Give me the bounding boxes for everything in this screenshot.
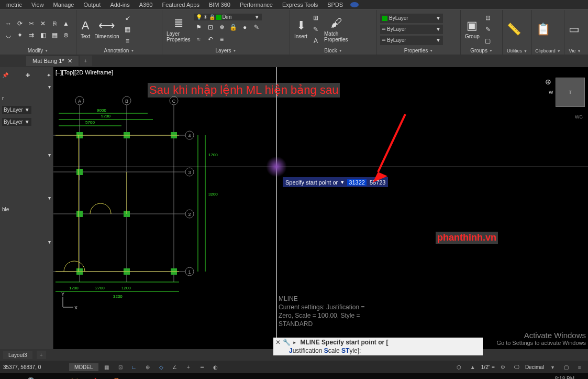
panel-layers-label[interactable]: Layers — [165, 47, 286, 55]
panel-groups-label[interactable]: Groups — [464, 47, 499, 55]
menu-bim360[interactable]: BIM 360 — [205, 2, 235, 8]
layer-state-icon[interactable]: ⚑ — [194, 22, 204, 33]
menu-express[interactable]: Express Tools — [278, 2, 322, 8]
polar-icon[interactable]: ⊕ — [142, 362, 153, 372]
ortho-icon[interactable]: ∟ — [129, 362, 139, 372]
iso-icon[interactable]: ⬡ — [454, 362, 464, 372]
clock-time[interactable]: 8:18 PM — [553, 376, 574, 379]
drawing-canvas[interactable]: [–][Top][2D Wireframe] ⊕ W T WC A B C 4 … — [53, 67, 588, 349]
pin-icon[interactable]: 📌 — [2, 72, 8, 78]
array-icon[interactable]: ▦ — [49, 30, 60, 40]
layer-freeze-icon[interactable]: ❄ — [217, 22, 227, 33]
palette-row-1[interactable]: 📌 ✚ ✦ — [1, 69, 52, 81]
insert-button[interactable]: ⬇ Insert — [293, 18, 308, 40]
panel-block-label[interactable]: Block — [293, 47, 373, 55]
panel-clipboard-label[interactable]: Clipboard — [535, 47, 561, 55]
palette-row-ble[interactable]: ble — [1, 203, 52, 215]
panel-annotation-label[interactable]: Annotation — [80, 47, 159, 55]
search-icon[interactable]: 🔍 — [23, 374, 42, 379]
cmd-opt-st[interactable]: ST — [341, 347, 349, 354]
linetype-combo[interactable]: ━ByLayer▼ — [380, 36, 443, 45]
palette-row-layer[interactable]: r — [1, 92, 52, 104]
camtasia-icon[interactable]: C — [107, 374, 126, 379]
menu-spds[interactable]: SPDS — [323, 2, 347, 8]
cmd-opt-s[interactable]: S — [324, 347, 328, 354]
new-tab-button[interactable]: + — [80, 56, 92, 66]
color-combo[interactable]: ByLayer▼ — [380, 14, 443, 23]
layer-combo[interactable]: 💡 ☀ 🔒 Dim ▼ — [194, 14, 262, 20]
text-button[interactable]: A Text — [80, 18, 91, 40]
wcs-label[interactable]: WC — [575, 114, 583, 120]
dropdown-icon[interactable]: ▾ — [341, 179, 344, 186]
menu-manage[interactable]: Manage — [49, 2, 79, 8]
document-tab[interactable]: Mat Bang 1* ✕ — [26, 56, 79, 66]
lwt-icon[interactable]: ━ — [197, 362, 207, 372]
leader-icon[interactable]: ↙ — [123, 13, 133, 23]
explode-icon[interactable]: ✦ — [15, 30, 25, 40]
cmd-opt-j[interactable]: J — [289, 347, 293, 354]
layer-prev-icon[interactable]: ↶ — [205, 34, 216, 45]
layer-properties-button[interactable]: ≣ Layer Properties — [165, 15, 192, 44]
table-icon[interactable]: ▦ — [123, 24, 133, 35]
scale-label[interactable]: 1/2" = — [481, 364, 495, 370]
transparency-icon[interactable]: ◐ — [210, 362, 221, 372]
menu-output[interactable]: Output — [79, 2, 105, 8]
layer-match-icon[interactable]: ≈ — [194, 34, 204, 45]
menu-view[interactable]: View — [27, 2, 48, 8]
workspace-icon[interactable]: ▾ — [547, 362, 558, 372]
layer-make-icon[interactable]: ✎ — [251, 22, 262, 33]
layer-iso-icon[interactable]: ⊡ — [205, 22, 216, 33]
grid-icon[interactable]: ▦ — [102, 362, 112, 372]
menu-featured[interactable]: Featured Apps — [158, 2, 204, 8]
osnap-icon[interactable]: ◇ — [156, 362, 167, 372]
block-create-icon[interactable]: ⊞ — [310, 13, 321, 23]
menu-addins[interactable]: Add-ins — [106, 2, 134, 8]
layer-lock-icon[interactable]: 🔒 — [228, 22, 239, 33]
panel-properties-label[interactable]: Properties — [380, 47, 457, 55]
close-tab-icon[interactable]: ✕ — [68, 58, 72, 64]
model-button[interactable]: MODEL — [69, 363, 98, 371]
trim-icon[interactable]: ✂ — [26, 18, 37, 29]
add-icon[interactable]: ✚ — [26, 72, 30, 78]
fillet-icon[interactable]: ◡ — [3, 30, 14, 40]
offset-icon[interactable]: ⊚ — [61, 30, 71, 40]
erase-icon[interactable]: ✕ — [38, 18, 48, 29]
coordinates[interactable]: 35377, 56837, 0 — [3, 364, 66, 370]
add-layout-button[interactable]: + — [37, 351, 46, 359]
viewcube[interactable]: W T — [556, 78, 585, 107]
taskview-icon[interactable]: ▢ — [44, 374, 63, 379]
otrack-icon[interactable]: ∠ — [170, 362, 180, 372]
menu-a360[interactable]: A360 — [135, 2, 157, 8]
clipboard-button[interactable]: 📋 — [535, 21, 551, 37]
annotation-units[interactable]: Decimal — [525, 364, 544, 370]
wrench-icon[interactable]: 🔧 — [283, 339, 291, 346]
clean-icon[interactable]: ▢ — [561, 362, 571, 372]
scale-icon[interactable]: ◧ — [38, 30, 48, 40]
stretch-icon[interactable]: ⇉ — [26, 30, 37, 40]
command-line-2[interactable]: Justification Scale STyle]: — [273, 346, 483, 355]
autocad-icon[interactable]: A — [86, 374, 105, 379]
group-edit-icon[interactable]: ✎ — [483, 24, 493, 35]
panel-modify-label[interactable]: Modify — [3, 47, 73, 55]
nav-wheel-icon[interactable]: ⊕ — [545, 78, 551, 86]
gear-icon[interactable]: ⚙ — [498, 362, 508, 372]
panel-view-label[interactable]: Vie — [568, 47, 582, 55]
match-properties-button[interactable]: 🖌 Match Properties — [323, 15, 349, 44]
block-attr-icon[interactable]: A — [310, 36, 321, 46]
customize-icon[interactable]: ≡ — [574, 362, 585, 372]
viewport-label[interactable]: [–][Top][2D Wireframe] — [56, 69, 113, 75]
menu-metric[interactable]: metric — [2, 2, 26, 8]
menu-performance[interactable]: Performance — [236, 2, 277, 8]
layout-tab[interactable]: Layout3 — [3, 351, 32, 359]
explorer-icon[interactable]: 📁 — [65, 374, 84, 379]
view-base-button[interactable]: ▭ — [568, 21, 581, 37]
snap-icon[interactable]: ⊡ — [115, 362, 126, 372]
dimension-button[interactable]: ⟷ Dimension — [93, 18, 120, 40]
monitor-icon[interactable]: 🖵 — [512, 362, 522, 372]
utilities-button[interactable]: 📏 — [506, 21, 522, 37]
annoscale-icon[interactable]: ▲ — [468, 362, 478, 372]
close-cmdline-icon[interactable]: ✕ — [275, 339, 281, 346]
group-bbox-icon[interactable]: ▢ — [483, 36, 493, 46]
move-icon[interactable]: ↔ — [3, 18, 14, 29]
mirror-icon[interactable]: ▲ — [61, 18, 71, 29]
